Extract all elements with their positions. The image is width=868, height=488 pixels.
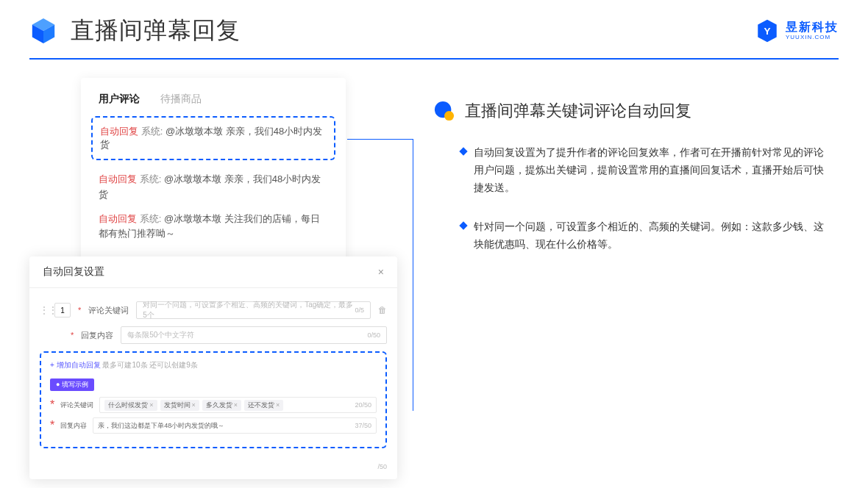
system-label: 系统: [141,126,163,137]
keyword-counter: 0/5 [355,306,364,314]
auto-reply-settings-modal: 自动回复设置 × ⋮⋮ 1 * 评论关键词 对同一个问题，可设置多个相近、高频的… [29,256,397,479]
example-keyword-row: * 评论关键词 什么时候发货× 发货时间× 多久发货× 还不发货× 20/50 [50,397,377,413]
ex-reply-label: 回复内容 [60,421,87,431]
ex-reply-value: 亲，我们这边都是下单48小时内发货的哦～ [98,421,224,431]
brand-text: 昱新科技 YUUXIN.COM [786,21,839,40]
delete-icon[interactable]: 🗑 [378,305,387,315]
add-auto-reply-link[interactable]: + 增加自动回复 [50,361,101,369]
modal-body: ⋮⋮ 1 * 评论关键词 对同一个问题，可设置多个相近、高频的关键词，Tag确定… [29,288,397,459]
chat-bubble-icon [434,101,455,121]
section-title: 直播间弹幕关键词评论自动回复 [465,100,691,122]
example-block: + 增加自动回复 最多可建10条 还可以创建9条 ● 填写示例 * 评论关键词 … [40,351,387,448]
tag: 多久发货× [202,400,241,411]
required-mark: * [78,306,81,315]
tab-pending-products[interactable]: 待播商品 [160,93,202,106]
example-reply-input[interactable]: 亲，我们这边都是下单48小时内发货的哦～ 37/50 [93,417,377,434]
reply-input[interactable]: 每条限50个中文字符 0/50 [121,326,387,344]
brand: Y 昱新科技 YUUXIN.COM [755,18,839,43]
reply-placeholder: 每条限50个中文字符 [127,330,194,340]
brand-subtitle: YUUXIN.COM [786,35,839,40]
system-label: 系统: [140,173,162,184]
example-tags-input[interactable]: 什么时候发货× 发货时间× 多久发货× 还不发货× 20/50 [99,397,377,413]
tag-remove-icon[interactable]: × [149,401,153,409]
tag-remove-icon[interactable]: × [192,401,196,409]
tabs: 用户评论 待播商品 [81,93,346,116]
footer-counter: /50 [377,463,387,470]
right-column: 直播间弹幕关键词评论自动回复 自动回复设置为了提升作者的评论回复效率，作者可在开… [434,78,839,479]
reply-form-row: * 回复内容 每条限50个中文字符 0/50 [40,326,387,344]
auto-reply-tag: 自动回复 [99,213,137,224]
diamond-icon [459,147,467,155]
diamond-icon [459,222,467,230]
comment-card: 用户评论 待播商品 自动回复 系统: @冰墩墩本墩 亲亲，我们48小时内发货 自… [81,78,346,264]
modal-footer: /50 [29,459,397,479]
add-line: + 增加自动回复 最多可建10条 还可以创建9条 [50,360,377,370]
cube-icon [29,17,57,45]
required-mark: * [50,398,54,412]
comment-row: 自动回复 系统: @冰墩墩本墩 亲亲，我们48小时内发货 [81,168,346,207]
svg-point-5 [444,111,454,121]
ex-keyword-counter: 20/50 [355,401,371,409]
tab-user-comments[interactable]: 用户评论 [99,93,140,106]
tag-remove-icon[interactable]: × [276,401,280,409]
required-mark: * [50,419,54,432]
ex-reply-counter: 37/50 [355,422,371,429]
bullet-text: 针对同一个问题，可设置多个相近的、高频的关键词。例如：这款多少钱、这块能优惠吗、… [474,218,824,254]
keyword-form-row: ⋮⋮ 1 * 评论关键词 对同一个问题，可设置多个相近、高频的关键词，Tag确定… [40,301,387,319]
header-left: 直播间弹幕回复 [29,15,241,47]
header-divider [29,58,839,60]
keyword-label: 评论关键词 [88,305,129,316]
reply-label: 回复内容 [81,330,113,341]
tag-remove-icon[interactable]: × [234,401,238,409]
close-icon[interactable]: × [378,266,384,278]
highlighted-comment-row: 自动回复 系统: @冰墩墩本墩 亲亲，我们48小时内发货 [91,116,335,160]
reply-counter: 0/50 [367,331,380,339]
bullet-text: 自动回复设置为了提升作者的评论回复效率，作者可在开播前针对常见的评论用户问题，提… [474,144,824,196]
modal-title: 自动回复设置 [43,265,104,279]
tag: 什么时候发货× [104,400,157,411]
tag: 发货时间× [160,400,199,411]
keyword-input[interactable]: 对同一个问题，可设置多个相近、高频的关键词，Tag确定，最多5个 0/5 [136,301,371,319]
add-hint: 最多可建10条 还可以创建9条 [102,361,197,369]
modal-header: 自动回复设置 × [29,256,397,288]
ex-keyword-label: 评论关键词 [60,401,93,410]
brand-logo-icon: Y [755,18,780,43]
required-mark: * [71,331,74,340]
comment-row: 自动回复 系统: @冰墩墩本墩 关注我们的店铺，每日都有热门推荐呦～ [81,207,346,247]
page-header: 直播间弹幕回复 Y 昱新科技 YUUXIN.COM [0,0,868,58]
brand-name: 昱新科技 [786,21,839,33]
bullet-list: 自动回复设置为了提升作者的评论回复效率，作者可在开播前针对常见的评论用户问题，提… [434,144,824,254]
tag: 还不发货× [244,400,283,411]
section-header: 直播间弹幕关键词评论自动回复 [434,100,824,122]
page-title: 直播间弹幕回复 [71,15,241,47]
bullet-item: 针对同一个问题，可设置多个相近的、高频的关键词。例如：这款多少钱、这块能优惠吗、… [460,218,824,254]
keyword-placeholder: 对同一个问题，可设置多个相近、高频的关键词，Tag确定，最多5个 [143,300,355,320]
drag-handle-icon[interactable]: ⋮⋮ [40,305,47,315]
left-column: 用户评论 待播商品 自动回复 系统: @冰墩墩本墩 亲亲，我们48小时内发货 自… [29,78,397,479]
bullet-item: 自动回复设置为了提升作者的评论回复效率，作者可在开播前针对常见的评论用户问题，提… [460,144,824,196]
auto-reply-tag: 自动回复 [100,126,138,137]
example-reply-row: * 回复内容 亲，我们这边都是下单48小时内发货的哦～ 37/50 [50,417,377,434]
rule-number: 1 [54,303,71,317]
svg-text:Y: Y [764,26,770,37]
example-badge: ● 填写示例 [50,378,94,391]
system-label: 系统: [140,213,162,224]
auto-reply-tag: 自动回复 [99,173,137,184]
